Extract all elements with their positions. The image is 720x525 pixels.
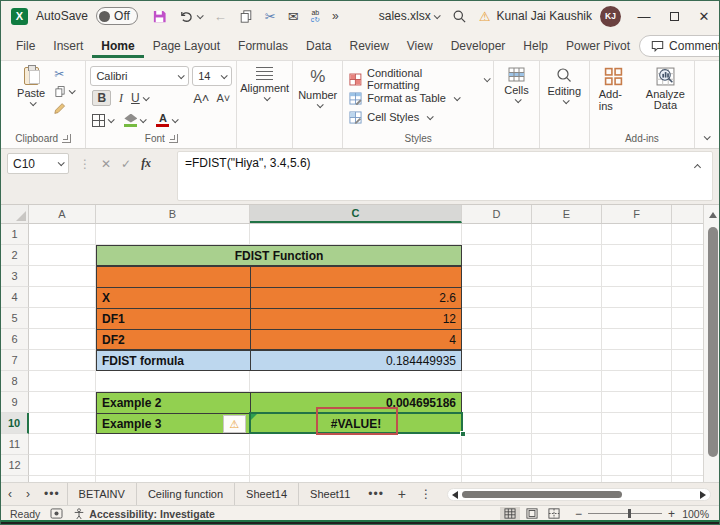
cell-c6[interactable]: 4 <box>251 330 461 350</box>
clipboard-dialog-launcher[interactable] <box>62 134 71 143</box>
tab-page-layout[interactable]: Page Layout <box>144 34 229 58</box>
paste-button[interactable]: Paste <box>12 65 50 108</box>
tab-developer[interactable]: Developer <box>442 34 515 58</box>
row-header-9[interactable]: 9 <box>1 392 29 413</box>
sheet-tab-sheet11[interactable]: Sheet11 <box>299 483 361 505</box>
user-name[interactable]: Kunal Jai Kaushik <box>497 9 592 23</box>
spelling-button[interactable]: abc↻ <box>305 9 326 23</box>
cancel-formula-button[interactable]: ✕ <box>101 157 111 171</box>
cell-c7[interactable]: 0.184449935 <box>251 351 461 370</box>
sheet-nav-next-button[interactable]: › <box>19 487 37 501</box>
row-header-1[interactable]: 1 <box>1 224 29 245</box>
formula-bar-collapse-button[interactable] <box>695 159 700 173</box>
italic-button[interactable]: I <box>119 91 123 106</box>
bold-button[interactable]: B <box>92 90 111 106</box>
scroll-up-arrow-icon[interactable] <box>709 212 717 218</box>
cell-b6[interactable]: DF2 <box>97 330 250 350</box>
font-size-select[interactable]: 14 <box>192 66 232 86</box>
fill-color-button[interactable] <box>124 114 137 127</box>
font-color-button[interactable]: A <box>156 114 169 127</box>
add-sheet-button[interactable]: + <box>391 486 413 502</box>
qat-overflow-button[interactable]: » <box>326 9 345 23</box>
vertical-scrollbar[interactable] <box>703 205 720 482</box>
sheet-tab-ceiling-function[interactable]: Ceiling function <box>137 483 235 505</box>
email-button[interactable]: ✉ <box>282 9 305 24</box>
formula-input[interactable]: =FDIST("Hiya", 3.4,5.6) <box>177 151 713 201</box>
tab-help[interactable]: Help <box>514 34 557 58</box>
row-header-12[interactable]: 12 <box>1 455 29 476</box>
zoom-out-button[interactable]: − <box>575 507 582 521</box>
editing-button[interactable]: Editing <box>542 65 586 106</box>
cell-b2-table-title[interactable]: FDIST Function <box>96 245 462 266</box>
cell-b4[interactable]: X <box>97 288 250 308</box>
tab-review[interactable]: Review <box>340 34 397 58</box>
decrease-font-button[interactable]: A˅ <box>216 92 230 104</box>
excel-app-icon[interactable]: X <box>11 8 28 25</box>
column-header-a[interactable]: A <box>29 205 96 223</box>
error-trace-button[interactable]: ⚠ <box>223 415 246 433</box>
maximize-button[interactable] <box>659 1 689 31</box>
sheet-overflow-left-button[interactable]: ••• <box>37 487 67 501</box>
sheet-overflow-right-button[interactable]: ••• <box>361 487 391 501</box>
page-break-view-button[interactable] <box>544 507 564 521</box>
row-header-6[interactable]: 6 <box>1 329 29 350</box>
cell-b9[interactable]: Example 2 <box>97 393 250 413</box>
row-header-7[interactable]: 7 <box>1 350 29 371</box>
search-button[interactable] <box>446 9 473 24</box>
tabbar-menu-button[interactable]: ⋮ <box>413 487 439 501</box>
sheet-tab-betainv[interactable]: BETAINV <box>67 483 137 505</box>
font-name-select[interactable]: Calibri <box>90 66 189 86</box>
save-button[interactable] <box>146 9 173 24</box>
vertical-scroll-thumb[interactable] <box>708 227 718 457</box>
avatar[interactable]: KJ <box>600 6 621 27</box>
scroll-right-arrow-icon[interactable] <box>700 491 706 499</box>
conditional-formatting-button[interactable]: Conditional Formatting <box>349 70 489 89</box>
zoom-level[interactable]: 100% <box>675 508 709 520</box>
alignment-button[interactable]: Alignment <box>235 65 294 103</box>
column-header-d[interactable]: D <box>462 205 532 223</box>
analyze-data-button[interactable]: Analyze Data <box>641 65 690 113</box>
tab-formulas[interactable]: Formulas <box>229 34 297 58</box>
close-button[interactable]: ✕ <box>689 1 719 31</box>
tab-insert[interactable]: Insert <box>44 34 92 58</box>
cells-button[interactable]: Cells <box>499 65 533 105</box>
number-button[interactable]: % Number <box>293 65 342 110</box>
sheet-tab-sheet14[interactable]: Sheet14 <box>235 483 299 505</box>
cut-button[interactable]: ✂ <box>54 67 74 81</box>
addins-button[interactable]: Add-ins <box>594 65 633 114</box>
cut-button[interactable]: ✂ <box>259 9 282 24</box>
cell-c5[interactable]: 12 <box>251 309 461 329</box>
row-header-2[interactable]: 2 <box>1 245 29 266</box>
select-all-button[interactable] <box>1 205 29 223</box>
copy-button[interactable] <box>54 84 74 98</box>
undo-button[interactable] <box>173 9 208 24</box>
tab-power-pivot[interactable]: Power Pivot <box>557 34 639 58</box>
sheet-nav-prev-button[interactable]: ‹ <box>1 487 19 501</box>
ribbon-collapse-button[interactable] <box>695 61 719 148</box>
file-title-menu[interactable]: sales.xlsx <box>379 9 439 23</box>
accessibility-checker-button[interactable]: Accessibility: Investigate <box>73 508 214 520</box>
column-header-b[interactable]: B <box>96 205 250 223</box>
tab-view[interactable]: View <box>398 34 442 58</box>
row-header-5[interactable]: 5 <box>1 308 29 329</box>
row-header-11[interactable]: 11 <box>1 434 29 455</box>
comments-button[interactable]: Comments <box>639 35 720 57</box>
column-header-f[interactable]: F <box>602 205 672 223</box>
zoom-in-button[interactable]: + <box>668 507 675 521</box>
format-as-table-button[interactable]: Format as Table <box>349 89 459 108</box>
minimize-button[interactable]: — <box>629 1 659 31</box>
column-header-partial[interactable] <box>672 205 703 223</box>
zoom-slider-handle[interactable] <box>628 509 631 518</box>
horizontal-scroll-thumb[interactable] <box>462 491 622 498</box>
autosave-toggle[interactable]: Off <box>96 7 138 25</box>
horizontal-scrollbar[interactable] <box>447 488 711 501</box>
insert-function-button[interactable]: fx <box>141 156 151 171</box>
format-painter-button[interactable] <box>54 101 74 115</box>
zoom-slider[interactable] <box>588 513 662 514</box>
cell-b5[interactable]: DF1 <box>97 309 250 329</box>
tab-file[interactable]: File <box>7 34 44 58</box>
cell-styles-button[interactable]: Cell Styles <box>349 108 432 127</box>
enter-formula-button[interactable]: ✓ <box>121 157 131 171</box>
column-header-e[interactable]: E <box>532 205 602 223</box>
row-header-10[interactable]: 10 <box>1 413 29 434</box>
